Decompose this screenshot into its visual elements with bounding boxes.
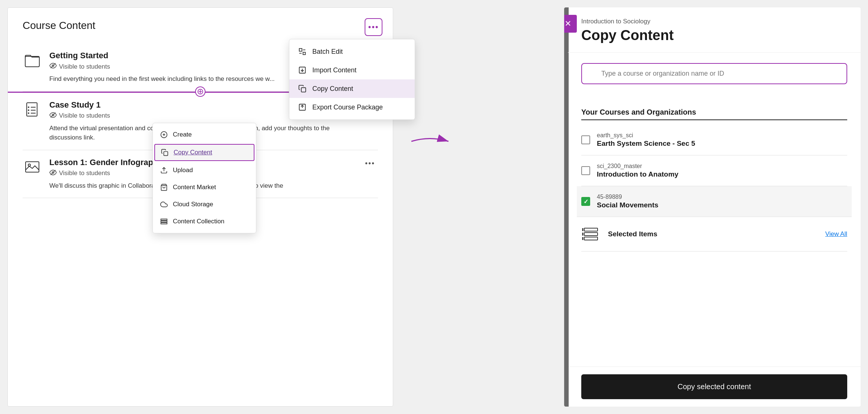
svg-rect-34 xyxy=(161,219,167,220)
svg-point-11 xyxy=(28,112,29,114)
view-all-link[interactable]: View All xyxy=(825,230,847,238)
dropdown-item-copy-content[interactable]: Copy Content xyxy=(289,79,415,98)
close-button[interactable]: ✕ xyxy=(564,15,577,33)
svg-rect-19 xyxy=(299,49,302,51)
course-name: Social Movements xyxy=(597,201,847,209)
context-label: Create xyxy=(173,131,192,138)
image-icon xyxy=(23,158,42,177)
collection-icon xyxy=(160,218,168,225)
context-item-copy-content[interactable]: Copy Content xyxy=(154,144,254,161)
svg-rect-25 xyxy=(301,88,306,92)
import-icon xyxy=(298,66,306,74)
spacer xyxy=(401,0,564,414)
accent-bar xyxy=(564,7,569,407)
upload-icon xyxy=(160,167,168,174)
course-item: earth_sys_sci Earth System Science - Sec… xyxy=(581,125,847,155)
divider-circle xyxy=(195,86,206,97)
svg-point-7 xyxy=(28,106,29,108)
eye-icon xyxy=(49,62,57,71)
context-label: Upload xyxy=(173,167,193,174)
dropdown-label: Copy Content xyxy=(312,85,353,93)
main-dropdown-menu: Batch Edit Import Content Copy Content xyxy=(289,39,415,120)
course-name: Introduction to Anatomy xyxy=(597,170,847,178)
more-options-button[interactable]: ••• xyxy=(365,18,382,36)
svg-rect-31 xyxy=(164,152,168,156)
svg-rect-6 xyxy=(27,103,37,116)
panel-subtitle: Introduction to Sociology xyxy=(581,18,847,25)
dropdown-item-import[interactable]: Import Content xyxy=(289,61,415,79)
right-panel: ✕ Introduction to Sociology Copy Content… xyxy=(564,7,861,407)
image-svg xyxy=(24,160,40,175)
cloud-icon xyxy=(160,201,168,208)
right-footer: Copy selected content xyxy=(568,367,861,407)
copy-icon xyxy=(298,85,306,93)
context-item-create[interactable]: Create xyxy=(153,126,256,143)
eye-icon xyxy=(49,169,57,178)
copy-icon xyxy=(161,149,168,156)
selected-icon-svg xyxy=(581,224,601,244)
folder-icon xyxy=(23,51,42,70)
dropdown-label: Batch Edit xyxy=(312,48,343,56)
selected-items-icon xyxy=(581,224,601,244)
right-body: Your Courses and Organizations earth_sys… xyxy=(568,53,861,367)
svg-rect-15 xyxy=(26,162,39,172)
course-name: Earth System Science - Sec 5 xyxy=(597,139,847,148)
section-heading: Your Courses and Organizations xyxy=(581,108,847,120)
svg-rect-36 xyxy=(161,223,167,224)
course-item: sci_2300_master Introduction to Anatomy xyxy=(581,155,847,186)
dropdown-item-export[interactable]: Export Course Package xyxy=(289,98,415,116)
dropdown-item-batch-edit[interactable]: Batch Edit xyxy=(289,42,415,61)
context-label: Content Market xyxy=(173,184,216,191)
selected-items-label: Selected Items xyxy=(608,230,818,238)
arrow-indicator xyxy=(408,134,452,149)
selected-items-row: Selected Items View All xyxy=(581,217,847,252)
dropdown-label: Export Course Package xyxy=(312,104,383,111)
context-label: Cloud Storage xyxy=(173,201,213,208)
svg-rect-35 xyxy=(161,221,167,222)
svg-rect-42 xyxy=(584,237,598,240)
context-menu: Create Copy Content Upload xyxy=(152,123,256,233)
document-icon xyxy=(23,100,42,119)
svg-rect-0 xyxy=(25,56,39,67)
course-id: sci_2300_master xyxy=(597,163,847,170)
course-checkbox[interactable] xyxy=(581,197,590,206)
svg-rect-40 xyxy=(584,228,598,231)
create-icon xyxy=(160,131,168,138)
market-icon xyxy=(160,184,168,191)
dropdown-label: Import Content xyxy=(312,66,356,74)
svg-point-9 xyxy=(28,109,29,111)
course-list: earth_sys_sci Earth System Science - Sec… xyxy=(581,125,847,252)
doc-svg xyxy=(24,102,40,118)
context-item-collection[interactable]: Content Collection xyxy=(153,213,256,230)
arrow-svg xyxy=(408,134,452,149)
course-item-selected: 45-89889 Social Movements xyxy=(577,186,852,217)
course-info: earth_sys_sci Earth System Science - Sec… xyxy=(597,132,847,148)
export-icon xyxy=(298,103,306,111)
svg-rect-22 xyxy=(303,52,305,55)
page-title: Course Content xyxy=(23,20,378,32)
context-item-upload[interactable]: Upload xyxy=(153,162,256,179)
course-info: sci_2300_master Introduction to Anatomy xyxy=(597,163,847,178)
search-wrapper xyxy=(581,63,847,96)
panel-title: Copy Content xyxy=(581,27,847,43)
course-checkbox[interactable] xyxy=(581,166,590,175)
eye-icon xyxy=(49,111,57,121)
context-label: Content Collection xyxy=(173,218,224,225)
search-input[interactable] xyxy=(581,63,847,84)
copy-selected-button[interactable]: Copy selected content xyxy=(581,374,847,399)
right-inner: ✕ Introduction to Sociology Copy Content… xyxy=(568,7,861,407)
left-panel: Course Content ••• Getting Started Visib… xyxy=(7,7,393,407)
batch-edit-icon xyxy=(298,47,306,56)
svg-rect-41 xyxy=(584,233,598,236)
course-info: 45-89889 Social Movements xyxy=(597,194,847,209)
context-label: Copy Content xyxy=(174,149,212,156)
item-more-button[interactable]: ••• xyxy=(362,158,378,169)
right-header: ✕ Introduction to Sociology Copy Content xyxy=(568,7,861,53)
course-checkbox[interactable] xyxy=(581,135,590,144)
course-id: earth_sys_sci xyxy=(597,132,847,139)
context-item-market[interactable]: Content Market xyxy=(153,179,256,196)
course-id: 45-89889 xyxy=(597,194,847,200)
folder-svg xyxy=(24,53,40,68)
context-item-cloud[interactable]: Cloud Storage xyxy=(153,196,256,213)
